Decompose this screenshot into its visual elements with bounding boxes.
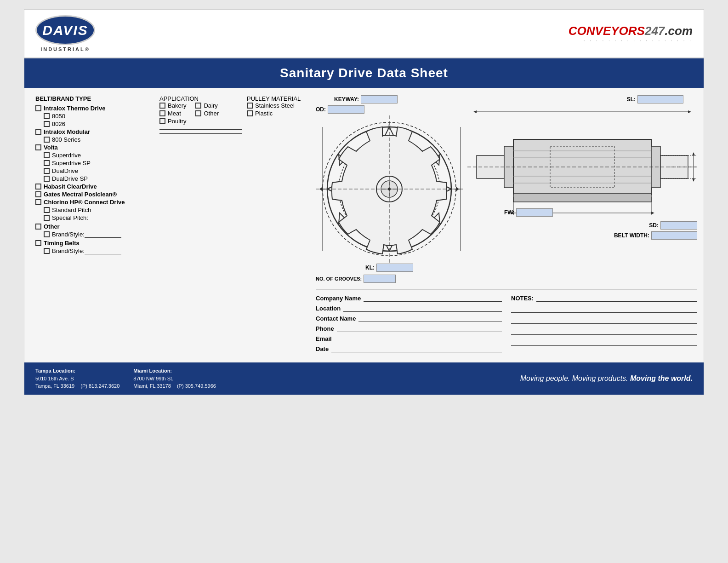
od-input[interactable] — [328, 105, 364, 114]
main-content: BELT/BRAND TYPE Intralox Thermo Drive 80… — [24, 88, 704, 362]
grooves-input[interactable] — [364, 275, 396, 283]
notes-label: NOTES: — [511, 295, 534, 302]
cb-intralox-thermo[interactable] — [35, 105, 41, 111]
item-dualdrive-sp: DualDrive SP — [44, 175, 150, 182]
cb-stainless[interactable] — [247, 103, 253, 109]
cb-chiorino[interactable] — [35, 199, 41, 205]
label-other: Other — [44, 223, 60, 230]
cb-standard-pitch[interactable] — [44, 207, 50, 213]
item-standard-pitch: Standard Pitch — [44, 207, 150, 213]
sd-row: SD: — [467, 221, 697, 230]
date-field[interactable] — [331, 345, 502, 352]
notes-line-2[interactable] — [511, 304, 697, 313]
title-banner: Sanitary Drive Data Sheet — [24, 58, 704, 88]
info-left: Company Name Location Contact Name — [316, 294, 502, 355]
fw-input[interactable] — [516, 208, 553, 217]
cb-8050[interactable] — [44, 113, 50, 119]
kl-input[interactable] — [376, 264, 413, 272]
cb-brand-style-timing[interactable] — [44, 248, 50, 254]
email-field[interactable] — [335, 335, 502, 342]
notes-line-4[interactable] — [511, 327, 697, 335]
application-grid: Bakery Meat Poultry — [159, 102, 242, 126]
label-brand-style-other: Brand/Style: — [52, 231, 85, 238]
brand-style-other-field[interactable] — [85, 231, 121, 238]
kl-row: KL: — [316, 264, 463, 272]
app-col1: Bakery Meat Poultry — [159, 102, 186, 126]
cb-brand-style-other[interactable] — [44, 231, 50, 237]
sl-row: SL: — [467, 95, 697, 103]
notes-row: NOTES: — [511, 294, 697, 302]
davis-logo-text: DAVIS — [42, 23, 88, 38]
cb-intralox-modular[interactable] — [35, 129, 41, 135]
label-8026: 8026 — [52, 121, 65, 127]
cb-volta[interactable] — [35, 144, 41, 150]
cb-meat[interactable] — [159, 110, 165, 116]
davis-oval: DAVIS — [35, 15, 95, 45]
contact-name-field[interactable] — [358, 315, 502, 322]
cb-bakery[interactable] — [159, 103, 165, 109]
svg-marker-19 — [473, 110, 477, 113]
keyway-row: KEYWAY: — [334, 95, 463, 103]
diagram-column: KEYWAY: OD: — [316, 95, 697, 355]
cb-plastic[interactable] — [247, 110, 253, 116]
cb-poultry[interactable] — [159, 118, 165, 124]
pulley-svg — [316, 115, 463, 263]
special-pitch-field[interactable] — [88, 215, 125, 221]
cb-superdrive[interactable] — [44, 152, 50, 158]
cb-dualdrive-sp[interactable] — [44, 176, 50, 182]
tampa-phone-number: 813.247.3620 — [89, 383, 119, 389]
item-special-pitch: Special Pitch: — [44, 214, 150, 221]
item-habasit: Habasit ClearDrive — [35, 183, 150, 190]
label-superdrive-sp: Superdrive SP — [52, 160, 91, 167]
cb-special-pitch[interactable] — [44, 215, 50, 221]
item-timing-belts: Timing Belts — [35, 240, 150, 247]
cb-gates[interactable] — [35, 191, 41, 197]
sd-input[interactable] — [660, 221, 697, 230]
cb-dualdrive[interactable] — [44, 168, 50, 174]
cb-superdrive-sp[interactable] — [44, 160, 50, 166]
svg-marker-20 — [688, 110, 691, 113]
item-stainless: Stainless Steel — [247, 102, 316, 109]
tagline-bold: Moving the world. — [630, 374, 693, 382]
cb-800-series[interactable] — [44, 137, 50, 143]
label-intralox-modular: Intralox Modular — [44, 128, 90, 135]
tampa-address: 5010 16th Ave. STampa, FL 33619 — [35, 376, 74, 389]
belt-width-input[interactable] — [651, 231, 697, 240]
item-dairy: Dairy — [195, 102, 219, 109]
grooves-label: NO. OF GROOVES: — [316, 276, 362, 282]
notes-line-5[interactable] — [511, 338, 697, 346]
cb-dairy[interactable] — [195, 103, 201, 109]
cb-other-app[interactable] — [195, 110, 201, 116]
notes-line-3[interactable] — [511, 316, 697, 324]
footer: Tampa Location: 5010 16th Ave. STampa, F… — [24, 362, 704, 395]
location-field[interactable] — [343, 304, 502, 312]
svg-rect-31 — [513, 194, 651, 202]
belt-brand-title: BELT/BRAND TYPE — [35, 95, 150, 102]
side-view-diagram: SL: — [467, 95, 697, 240]
cb-other[interactable] — [35, 224, 41, 230]
date-row: Date — [316, 345, 502, 352]
notes-field-1[interactable] — [536, 294, 697, 302]
cb-habasit[interactable] — [35, 184, 41, 190]
svg-marker-15 — [456, 187, 459, 191]
company-name-label: Company Name — [316, 295, 361, 302]
company-name-row: Company Name — [316, 294, 502, 302]
label-gates: Gates Mectral Posiclean® — [44, 191, 117, 198]
company-name-field[interactable] — [364, 294, 502, 302]
phone-field[interactable] — [337, 325, 502, 332]
label-800-series: 800 Series — [52, 136, 80, 143]
brand-style-timing-field[interactable] — [85, 248, 121, 254]
conveyors-247: 247 — [645, 24, 665, 38]
item-8026: 8026 — [44, 121, 150, 127]
keyway-input[interactable] — [361, 95, 398, 103]
sl-input[interactable] — [637, 95, 683, 103]
item-gates: Gates Mectral Posiclean® — [35, 191, 150, 198]
sl-label: SL: — [627, 96, 636, 103]
tampa-phone-label: (P) — [80, 383, 87, 389]
miami-location: Miami Location: 8700 NW 99th St.Miami, F… — [133, 367, 216, 390]
label-poultry: Poultry — [168, 118, 186, 125]
item-superdrive-sp: Superdrive SP — [44, 160, 150, 167]
cb-8026[interactable] — [44, 121, 50, 127]
cb-timing-belts[interactable] — [35, 240, 41, 246]
footer-tagline: Moving people. Moving products. Moving t… — [520, 374, 693, 383]
